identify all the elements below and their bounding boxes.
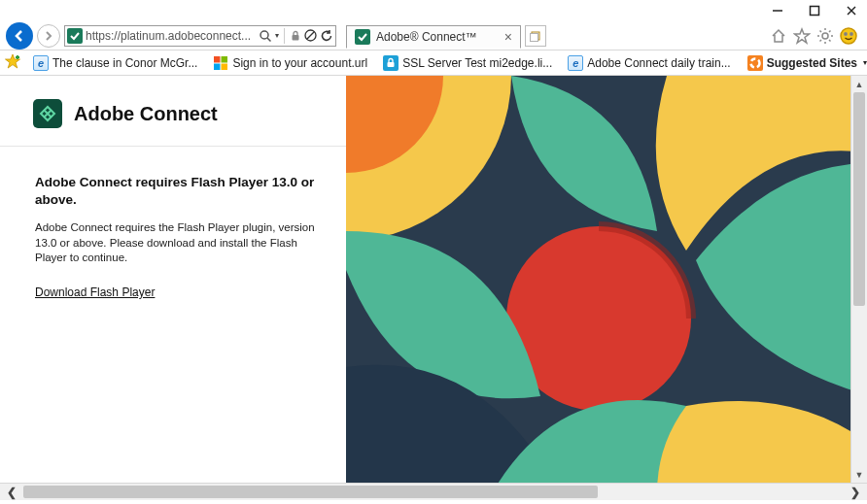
bookmarks-bar: e The clause in Conor McGr... Sign in to… [0,50,867,76]
bookmark-item[interactable]: Sign in to your account.url [209,52,371,74]
bookmark-item[interactable]: e Adobe Connect daily train... [564,52,734,74]
svg-rect-1 [811,7,819,16]
horizontal-scrollbar[interactable]: ❮ ❯ [0,484,867,500]
scroll-thumb[interactable] [23,486,598,498]
lock-square-icon [383,55,399,71]
close-button[interactable] [842,1,861,20]
bookmark-label: SSL Server Test mi2edge.li... [402,56,552,70]
svg-rect-10 [355,29,370,45]
tab-title: Adobe® Connect™ [376,30,499,44]
suggested-sites-button[interactable]: Suggested Sites ▾ [743,52,867,74]
svg-rect-20 [222,63,228,70]
search-dropdown-icon[interactable]: ▾ [275,31,279,40]
svg-point-16 [850,32,852,34]
maximize-button[interactable] [805,1,824,20]
ie-icon: e [33,55,49,71]
ie-icon: e [568,55,583,71]
scroll-thumb[interactable] [853,92,865,306]
suggested-sites-label: Suggested Sites [767,56,857,70]
left-panel: Adobe Connect Adobe Connect requires Fla… [0,76,346,483]
message-body: Adobe Connect requires the Flash Player … [35,220,327,266]
favorites-icon[interactable] [793,27,811,45]
svg-rect-7 [293,35,299,41]
tab-strip: Adobe® Connect™ × [346,23,546,49]
vertical-scrollbar[interactable]: ▲ ▼ [850,76,867,483]
adobe-connect-icon [33,99,62,128]
svg-rect-18 [222,56,228,63]
add-favorite-button[interactable] [4,52,21,73]
stop-icon[interactable] [304,29,317,42]
svg-point-15 [845,32,847,34]
scroll-down-button[interactable]: ▼ [851,466,867,483]
message-heading: Adobe Connect requires Flash Player 13.0… [35,174,327,209]
forward-button[interactable] [37,24,60,48]
message-block: Adobe Connect requires Flash Player 13.0… [0,147,346,299]
scroll-left-button[interactable]: ❮ [0,484,23,500]
svg-rect-12 [531,33,538,41]
svg-rect-22 [388,62,395,67]
decorative-shapes [346,76,867,483]
microsoft-icon [213,55,228,71]
svg-rect-17 [214,56,221,63]
feedback-icon[interactable] [840,27,857,45]
browser-tab[interactable]: Adobe® Connect™ × [346,25,521,49]
bookmark-label: The clause in Conor McGr... [52,56,197,70]
brand-title: Adobe Connect [74,103,218,125]
minimize-button[interactable] [768,1,787,20]
browser-right-icons [770,27,861,45]
svg-point-13 [822,33,828,39]
svg-line-9 [307,32,314,39]
brand-row: Adobe Connect [0,76,346,147]
address-bar[interactable]: https://platinum.adobeconnect... ▾ [64,25,336,47]
site-favicon [67,28,83,44]
url-text: https://platinum.adobeconnect... [86,29,256,43]
tab-favicon [355,29,370,45]
svg-rect-4 [67,28,83,44]
suggested-sites-icon [747,55,763,71]
scroll-track[interactable] [23,484,844,500]
navigation-toolbar: https://platinum.adobeconnect... ▾ Adobe… [0,21,867,50]
window-titlebar [0,0,867,21]
refresh-icon[interactable] [320,29,333,43]
chevron-down-icon: ▾ [863,58,867,67]
svg-point-5 [260,31,268,39]
download-flash-link[interactable]: Download Flash Player [35,286,155,299]
scroll-up-button[interactable]: ▲ [851,76,867,92]
bookmark-item[interactable]: e The clause in Conor McGr... [29,52,201,74]
bookmark-label: Sign in to your account.url [232,56,367,70]
bookmark-item[interactable]: SSL Server Test mi2edge.li... [379,52,556,74]
separator [284,28,285,44]
page-content: Adobe Connect Adobe Connect requires Fla… [0,76,867,484]
bookmark-label: Adobe Connect daily train... [587,56,730,70]
tools-icon[interactable] [816,27,834,45]
lock-icon[interactable] [290,30,301,42]
svg-point-14 [841,28,856,44]
decorative-art-panel [346,76,867,483]
svg-rect-19 [214,63,221,70]
search-icon[interactable] [259,29,272,43]
home-icon[interactable] [770,27,787,45]
tab-close-icon[interactable]: × [504,29,512,45]
new-tab-button[interactable] [525,25,546,47]
back-button[interactable] [6,22,33,50]
scroll-right-button[interactable]: ❯ [844,484,867,500]
svg-line-6 [267,38,271,42]
